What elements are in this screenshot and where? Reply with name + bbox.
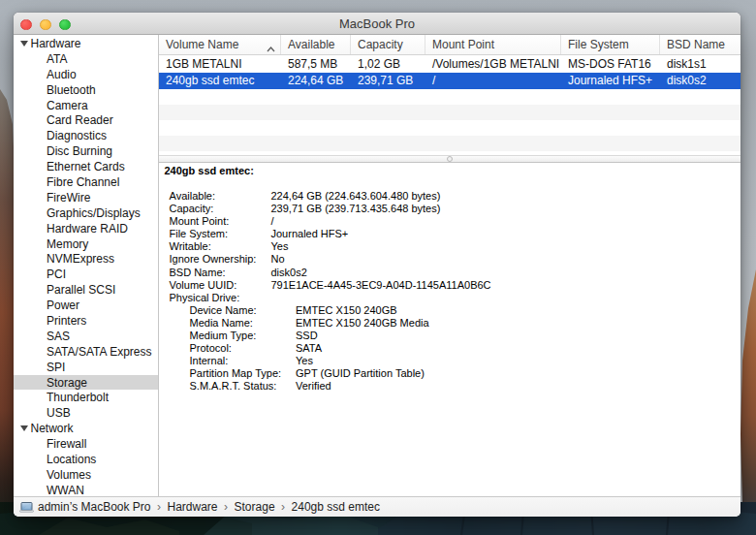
sidebar-item-label: Memory [47, 237, 88, 251]
sidebar-item-camera[interactable]: Camera [14, 98, 158, 113]
sidebar-item-locations[interactable]: Locations [14, 452, 158, 467]
sidebar-item-label: Fibre Channel [47, 175, 119, 189]
sidebar-item-memory[interactable]: Memory [14, 236, 158, 252]
detail-row-file-system: File System:Journaled HFS+ [159, 228, 740, 240]
sidebar-item-wwan[interactable]: WWAN [14, 483, 158, 496]
column-header-file-system[interactable]: File System [561, 35, 660, 54]
detail-label: S.M.A.R.T. Status: [190, 380, 277, 393]
sidebar-item-sas[interactable]: SAS [14, 329, 158, 344]
detail-value: 239,71 GB (239.713.435.648 bytes) [271, 203, 441, 215]
sidebar-item-power[interactable]: Power [14, 298, 158, 313]
sidebar-item-printers[interactable]: Printers [14, 313, 158, 329]
volumes-table-body[interactable]: 1GB METALNI587,5 MB1,02 GB/Volumes/1GB M… [159, 55, 740, 155]
detail-row-protocol: Protocol:SATA [159, 342, 740, 355]
volume-detail-title: 240gb ssd emtec: [159, 165, 740, 177]
column-header-volume-name[interactable]: Volume Name [159, 35, 281, 54]
sidebar-item-sata-sata-express[interactable]: SATA/SATA Express [14, 344, 158, 360]
sidebar-item-label: SAS [47, 330, 70, 343]
detail-row-writable: Writable:Yes [159, 240, 740, 253]
empty-table-row [159, 136, 740, 151]
sidebar-item-hardware-raid[interactable]: Hardware RAID [14, 221, 158, 236]
sidebar-item-parallel-scsi[interactable]: Parallel SCSI [14, 282, 158, 298]
sidebar-group-hardware[interactable]: Hardware [14, 36, 158, 51]
disclosure-triangle-icon [20, 425, 28, 431]
breadcrumb-item-240gb-ssd-emtec: 240gb ssd emtec [292, 500, 380, 514]
detail-label: BSD Name: [170, 267, 226, 279]
sidebar-item-label: Parallel SCSI [47, 283, 115, 297]
detail-row-capacity: Capacity:239,71 GB (239.713.435.648 byte… [159, 203, 740, 215]
sidebar-item-label: USB [47, 406, 71, 420]
sidebar: HardwareATAAudioBluetoothCameraCard Read… [14, 35, 159, 496]
column-header-label: BSD Name [667, 38, 725, 51]
sidebar-item-label: FireWire [47, 191, 90, 205]
sidebar-group-network[interactable]: Network [14, 421, 158, 436]
cell-available: 224,64 GB [281, 74, 351, 87]
sidebar-item-storage[interactable]: Storage [14, 375, 158, 391]
sidebar-item-spi[interactable]: SPI [14, 360, 158, 375]
column-header-label: Mount Point [432, 38, 494, 51]
sidebar-item-bluetooth[interactable]: Bluetooth [14, 82, 158, 98]
detail-label: Available: [170, 190, 216, 203]
detail-value: disk0s2 [271, 267, 307, 279]
detail-label: Medium Type: [190, 330, 257, 342]
sidebar-item-graphics-displays[interactable]: Graphics/Displays [14, 205, 158, 221]
column-header-mount-point[interactable]: Mount Point [425, 35, 561, 54]
disclosure-triangle-icon [20, 41, 28, 47]
detail-row-mount-point: Mount Point:/ [159, 215, 740, 228]
detail-value: Yes [271, 240, 289, 253]
sidebar-item-disc-burning[interactable]: Disc Burning [14, 143, 158, 159]
window-titlebar[interactable]: MacBook Pro [14, 13, 740, 35]
empty-table-row [159, 105, 740, 120]
sidebar-item-ethernet-cards[interactable]: Ethernet Cards [14, 159, 158, 174]
pane-splitter[interactable] [159, 155, 740, 163]
column-header-bsd-name[interactable]: BSD Name [660, 35, 740, 54]
column-header-available[interactable]: Available [281, 35, 351, 54]
detail-value: EMTEC X150 240GB [296, 304, 397, 317]
cell-volume-name: 1GB METALNI [159, 57, 281, 71]
sidebar-item-label: Storage [47, 376, 87, 390]
sidebar-item-label: Thunderbolt [47, 391, 109, 404]
sidebar-item-label: Bluetooth [47, 83, 96, 97]
cell-capacity: 1,02 GB [351, 57, 425, 71]
sidebar-item-label: WWAN [47, 484, 84, 496]
empty-table-row [159, 120, 740, 136]
sidebar-item-card-reader[interactable]: Card Reader [14, 112, 158, 128]
detail-value: 791E1ACE-4A45-3EC9-A04D-1145A11A0B6C [271, 279, 491, 292]
sidebar-item-firewall[interactable]: Firewall [14, 436, 158, 452]
detail-row-physical-drive: Physical Drive: [159, 292, 740, 304]
sidebar-item-label: PCI [47, 268, 66, 281]
cell-bsd-name: disk1s1 [660, 57, 740, 71]
detail-label: Volume UUID: [170, 279, 237, 292]
sidebar-item-volumes[interactable]: Volumes [14, 467, 158, 483]
sidebar-item-diagnostics[interactable]: Diagnostics [14, 128, 158, 143]
volume-row-1gb-metalni[interactable]: 1GB METALNI587,5 MB1,02 GB/Volumes/1GB M… [159, 55, 740, 73]
sidebar-item-fibre-channel[interactable]: Fibre Channel [14, 174, 158, 190]
sidebar-item-label: Graphics/Displays [47, 206, 141, 220]
detail-label: Internal: [190, 355, 229, 367]
detail-label: Ignore Ownership: [170, 253, 257, 266]
breadcrumb-separator: › [218, 500, 235, 514]
column-header-label: Capacity [358, 38, 403, 51]
system-information-window: MacBook Pro HardwareATAAudioBluetoothCam… [14, 13, 740, 517]
sidebar-item-thunderbolt[interactable]: Thunderbolt [14, 390, 158, 405]
detail-row-media-name: Media Name:EMTEC X150 240GB Media [159, 317, 740, 330]
right-pane: Volume NameAvailableCapacityMount PointF… [159, 35, 740, 496]
column-header-capacity[interactable]: Capacity [351, 35, 425, 54]
detail-label: Physical Drive: [170, 292, 240, 304]
sidebar-item-firewire[interactable]: FireWire [14, 190, 158, 205]
cell-capacity: 239,71 GB [351, 74, 425, 87]
volume-row-240gb-ssd-emtec[interactable]: 240gb ssd emtec224,64 GB239,71 GB/Journa… [159, 73, 740, 89]
detail-value: GPT (GUID Partition Table) [296, 367, 425, 380]
cell-volume-name: 240gb ssd emtec [159, 74, 281, 87]
sidebar-item-nvmexpress[interactable]: NVMExpress [14, 251, 158, 267]
sidebar-item-pci[interactable]: PCI [14, 267, 158, 282]
empty-table-row [159, 89, 740, 105]
detail-label: Partition Map Type: [190, 367, 282, 380]
column-header-label: Volume Name [166, 38, 238, 51]
sidebar-item-label: Locations [47, 453, 96, 466]
sidebar-item-usb[interactable]: USB [14, 405, 158, 421]
detail-value: Journaled HFS+ [271, 228, 349, 240]
sidebar-item-audio[interactable]: Audio [14, 67, 158, 82]
sidebar-item-ata[interactable]: ATA [14, 51, 158, 67]
sidebar-item-label: Firewall [47, 437, 86, 451]
